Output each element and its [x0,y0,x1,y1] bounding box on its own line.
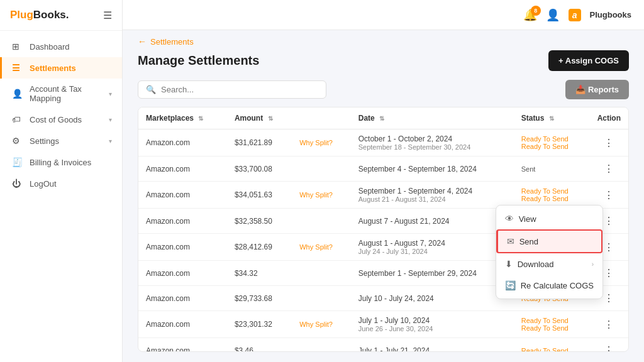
dropdown-item-send[interactable]: ✉ Send [496,229,602,253]
cell-marketplace: Amazon.com [138,338,227,353]
sidebar-item-label: Settings [30,136,109,146]
status-badge-2: Ready To Send [521,143,582,150]
amazon-logo: a [569,9,581,21]
sort-icon[interactable]: ⇅ [198,115,203,122]
search-icon: 🔍 [146,85,156,94]
cost-of-goods-icon: 🏷 [12,114,23,124]
cell-split: Why Split? [292,234,350,261]
table-row: Amazon.com $31,621.89 Why Split? October… [138,129,628,156]
cell-split: Why Split? [292,129,350,156]
sort-icon[interactable]: ⇅ [379,115,384,122]
cell-action: ⋮ [590,156,628,182]
action-menu-button[interactable]: ⋮ [600,136,618,150]
sidebar-item-account-tax[interactable]: 👤 Account & Tax Mapping ▾ [0,79,122,109]
dropdown-item-recalculate[interactable]: 🔄 Re Calculate COGS [496,275,602,296]
download-icon: ⬇ [505,259,513,269]
cell-date: July 1 - July 21, 2024 [351,338,514,353]
cell-date: August 7 - August 21, 2024 [351,209,514,234]
dropdown-label-download: Download [518,260,587,269]
cell-split [292,261,350,286]
assign-cogs-button[interactable]: + Assign COGS [548,50,629,71]
sidebar-item-label: Dashboard [30,42,112,52]
sidebar-item-cost-of-goods[interactable]: 🏷 Cost of Goods ▾ [0,109,122,130]
sidebar-item-settings[interactable]: ⚙ Settings ▾ [0,130,122,151]
status-badge: Ready To Send [521,135,582,143]
action-menu-button[interactable]: ⋮ [600,188,618,202]
cell-marketplace: Amazon.com [138,209,227,234]
notification-bell[interactable]: 🔔 8 [523,8,537,22]
breadcrumb-text[interactable]: Settlements [150,37,194,47]
search-input[interactable] [161,85,318,94]
back-arrow-icon[interactable]: ← [138,36,147,47]
settlements-table: Marketplaces ⇅ Amount ⇅ Date ⇅ Status ⇅ … [138,107,629,352]
sidebar-item-settlements[interactable]: ☰ Settlements [0,57,122,79]
why-split-link[interactable]: Why Split? [299,243,333,251]
cell-marketplace: Amazon.com [138,156,227,182]
why-split-link[interactable]: Why Split? [299,139,333,146]
billing-icon: 🧾 [12,157,23,167]
col-amount: Amount ⇅ [227,107,292,129]
cell-marketplace: Amazon.com [138,182,227,209]
reports-button[interactable]: 📥 Reports [565,80,629,99]
sort-icon[interactable]: ⇅ [549,115,554,122]
logout-icon: ⏻ [12,178,23,189]
cell-split: Why Split? [292,311,350,338]
page-title: Manage Settlements [138,53,259,68]
action-menu-button[interactable]: ⋮ [600,162,618,176]
action-dropdown-menu: 👁 View ✉ Send ⬇ Download › 🔄 Re Calculat… [496,205,603,299]
user-profile-icon[interactable]: 👤 [546,8,560,22]
cell-amount: $32,358.50 [227,209,292,234]
cell-action: ⋮ [590,311,628,338]
chevron-down-icon: ▾ [109,116,112,123]
cell-action: ⋮ [590,338,628,353]
cell-status: Ready To Send [514,338,590,353]
dropdown-item-view[interactable]: 👁 View [496,208,602,229]
action-menu-button[interactable]: ⋮ [600,317,618,332]
sidebar-item-label: Cost of Goods [30,115,109,124]
cell-date: July 10 - July 24, 2024 [351,286,514,311]
sidebar-nav: ⊞ Dashboard ☰ Settlements 👤 Account & Ta… [0,31,122,362]
why-split-link[interactable]: Why Split? [299,191,333,199]
main-content: 🔔 8 👤 a Plugbooks ← Settlements Manage S… [123,0,644,362]
cell-date: August 1 - August 7, 2024 July 24 - July… [351,234,514,261]
cell-action: ⋮ [590,129,628,156]
cell-date: October 1 - October 2, 2024 September 18… [351,129,514,156]
search-box: 🔍 [138,80,326,99]
settings-icon: ⚙ [12,136,23,146]
status-badge: Ready To Send [521,347,582,353]
cell-amount: $34.32 [227,261,292,286]
sidebar-item-dashboard[interactable]: ⊞ Dashboard [0,36,122,57]
recalculate-icon: 🔄 [505,280,516,290]
sidebar-item-logout[interactable]: ⏻ LogOut [0,173,122,194]
col-status: Status ⇅ [514,107,590,129]
account-tax-icon: 👤 [12,89,23,99]
cell-date: September 1 - September 29, 2024 [351,261,514,286]
page-header: Manage Settlements + Assign COGS [138,50,629,71]
dropdown-item-download[interactable]: ⬇ Download › [496,253,602,275]
dropdown-label-view: View [519,214,594,224]
status-badge: Sent [521,165,582,173]
sort-icon[interactable]: ⇅ [268,115,273,122]
cell-split: Why Split? [292,182,350,209]
sidebar-item-label: Billing & Invoices [30,158,112,167]
cell-marketplace: Amazon.com [138,261,227,286]
why-split-link[interactable]: Why Split? [299,321,333,328]
cell-split [292,338,350,353]
cell-amount: $28,412.69 [227,234,292,261]
action-menu-button[interactable]: ⋮ [600,343,618,352]
status-badge: Ready To Send [521,187,582,195]
logo-books: Books. [33,9,69,21]
col-action: Action [590,107,628,129]
cell-date: July 1 - July 10, 2024 June 26 - June 30… [351,311,514,338]
cell-marketplace: Amazon.com [138,311,227,338]
cell-amount: $33,700.08 [227,156,292,182]
status-badge: Ready To Send [521,317,582,324]
status-badge-2: Ready To Send [521,195,582,202]
sidebar-item-label: Account & Tax Mapping [30,84,109,103]
dropdown-label-recalculate: Re Calculate COGS [521,281,594,290]
col-date: Date ⇅ [351,107,514,129]
col-marketplace: Marketplaces ⇅ [138,107,227,129]
cell-status: Sent [514,156,590,182]
sidebar-item-billing[interactable]: 🧾 Billing & Invoices [0,151,122,173]
hamburger-icon[interactable]: ☰ [103,9,112,21]
